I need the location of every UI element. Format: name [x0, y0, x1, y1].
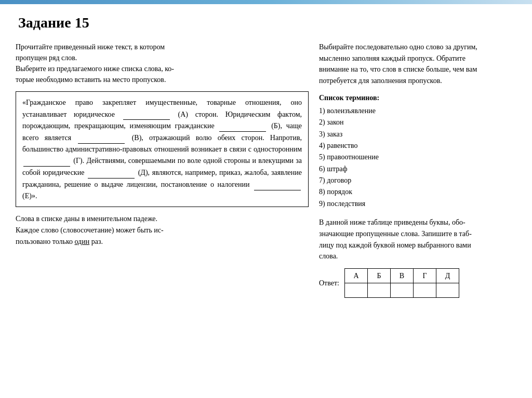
- answer-instructions: В данной ниже таблице приведены буквы, о…: [319, 217, 516, 262]
- term-word: порядок: [327, 188, 352, 196]
- answer-cell-b[interactable]: [367, 283, 390, 298]
- term-num: 8): [319, 188, 325, 196]
- terms-header: Список терминов:: [319, 94, 516, 102]
- ans-instr4: слова.: [319, 252, 338, 260]
- answer-table: А Б В Г Д: [344, 268, 459, 298]
- table-header-d: Д: [436, 269, 459, 283]
- intro-line4: торые необходимо вставить на место пропу…: [16, 76, 166, 84]
- blank-b: [219, 120, 266, 132]
- term-num: 7): [319, 176, 325, 184]
- top-bar: [0, 0, 532, 4]
- term-num: 4): [319, 142, 325, 149]
- answer-cell-a[interactable]: [344, 283, 367, 298]
- term-num: 6): [319, 165, 325, 173]
- term-num: 1): [319, 107, 325, 115]
- term-num: 3): [319, 130, 325, 138]
- passage-paragraph: «Гражданское право закрепляет имуществен…: [22, 97, 302, 201]
- term-word: равенство: [327, 142, 357, 149]
- right-instr4: потребуется для заполнения пропусков.: [319, 77, 442, 85]
- intro-line1: Прочитайте приведенный ниже текст, в кот…: [16, 43, 165, 51]
- term-num: 2): [319, 118, 325, 126]
- list-item: 3) заказ: [319, 129, 516, 140]
- right-instr1: Выбирайте последовательно одно слово за …: [319, 43, 477, 51]
- term-word: правоотношение: [327, 153, 379, 161]
- term-word: договор: [327, 176, 351, 184]
- term-word: закон: [327, 118, 343, 126]
- answer-cell-v[interactable]: [390, 283, 413, 298]
- right-instr2: мысленно заполняя каждый пропуск. Обрати…: [319, 54, 466, 62]
- blank-a-label: (А): [178, 111, 188, 118]
- table-header-b: Б: [367, 269, 390, 283]
- list-item: 1) волеизъявление: [319, 105, 516, 117]
- answer-cell-d[interactable]: [436, 283, 459, 298]
- term-word: заказ: [327, 130, 342, 138]
- footer-note: Слова в списке даны в именительном падеж…: [16, 213, 309, 247]
- blank-d-label: (Г).: [73, 157, 84, 164]
- answer-label: Ответ:: [319, 279, 339, 287]
- ans-instr3: лицу под каждой буквой номер выбранного …: [319, 241, 471, 249]
- content-row: Прочитайте приведенный ниже текст, в кот…: [16, 42, 516, 298]
- term-word: последствия: [327, 200, 365, 208]
- right-instructions: Выбирайте последовательно одно слово за …: [319, 42, 516, 87]
- footer-underline: один: [74, 238, 89, 245]
- list-item: 8) порядок: [319, 186, 516, 198]
- list-item: 6) штраф: [319, 163, 516, 175]
- right-instr3: внимание на то, что слов в списке больше…: [319, 65, 477, 73]
- terms-list: 1) волеизъявление 2) закон 3) заказ 4) р…: [319, 105, 516, 210]
- blank-d: [23, 155, 70, 167]
- term-word: волеизъявление: [327, 107, 376, 115]
- blank-a: [123, 108, 170, 120]
- answer-table-container: Ответ: А Б В Г Д: [319, 268, 516, 298]
- ans-instr1: В данной ниже таблице приведены буквы, о…: [319, 218, 466, 226]
- footer-line1: Слова в списке даны в именительном падеж…: [16, 215, 157, 223]
- list-item: 4) равенство: [319, 140, 516, 152]
- passage-box: «Гражданское право закрепляет имуществен…: [16, 91, 309, 207]
- blank-e-label: (Д),: [138, 169, 150, 176]
- answer-cell-g[interactable]: [413, 283, 436, 298]
- list-item: 7) договор: [319, 175, 516, 186]
- left-column: Прочитайте приведенный ниже текст, в кот…: [16, 42, 309, 247]
- right-column: Выбирайте последовательно одно слово за …: [319, 42, 516, 298]
- list-item: 2) закон: [319, 117, 516, 128]
- intro-text: Прочитайте приведенный ниже текст, в кот…: [16, 42, 309, 85]
- page-container: Задание 15 Прочитайте приведенный ниже т…: [0, 4, 532, 308]
- blank-b-label: (Б),: [271, 122, 282, 130]
- footer-line2: Каждое слово (словосочетание) может быть…: [16, 226, 164, 234]
- term-num: 5): [319, 153, 325, 161]
- table-header-v: В: [390, 269, 413, 283]
- list-item: 9) последствия: [319, 198, 516, 210]
- intro-line2: пропущен ряд слов.: [16, 54, 77, 62]
- footer-line3: пользовано только: [16, 238, 73, 245]
- intro-line3: Выберите из предлагаемого ниже списка сл…: [16, 65, 174, 73]
- blank-e: [88, 167, 135, 179]
- table-header-a: А: [344, 269, 367, 283]
- blank-c: [78, 132, 125, 144]
- page-title: Задание 15: [18, 15, 516, 31]
- blank-c-label: (В),: [132, 134, 143, 142]
- blank-f-label: (Е)».: [22, 192, 37, 200]
- term-word: штраф: [327, 165, 347, 173]
- blank-f: [254, 179, 301, 190]
- footer-line4: раз.: [91, 238, 103, 245]
- term-num: 9): [319, 200, 325, 208]
- table-header-g: Г: [413, 269, 436, 283]
- ans-instr2: значающие пропущенные слова. Запишите в …: [319, 230, 472, 238]
- list-item: 5) правоотношение: [319, 152, 516, 163]
